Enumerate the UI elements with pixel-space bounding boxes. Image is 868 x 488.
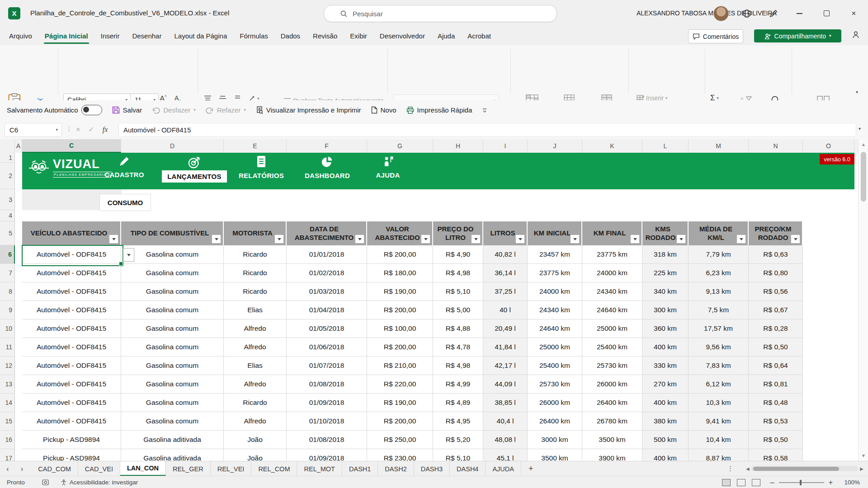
macro-record-icon[interactable] — [42, 479, 49, 485]
zoom-level[interactable]: 100% — [842, 479, 860, 486]
table-cell[interactable]: 01/09/2018 — [287, 449, 367, 461]
filter-button[interactable] — [630, 235, 640, 244]
row-header-8[interactable]: 8 — [0, 282, 15, 301]
table-cell[interactable]: Gasolina comum — [121, 357, 224, 375]
table-cell[interactable]: R$ 0,50 — [749, 338, 803, 357]
table-cell[interactable]: 01/06/2018 — [287, 338, 367, 357]
zoom-in-icon[interactable]: + — [829, 479, 833, 487]
table-cell[interactable]: 23775 km — [528, 264, 582, 282]
table-cell[interactable]: 24340 km — [582, 282, 642, 301]
page-break-view-icon[interactable] — [752, 479, 760, 486]
table-cell[interactable]: R$ 0,56 — [749, 282, 803, 301]
table-cell[interactable]: 24640 km — [582, 301, 642, 319]
table-cell[interactable]: 270 km — [642, 375, 689, 394]
table-cell[interactable]: Automóvel - ODF8415 — [22, 357, 121, 375]
table-cell[interactable]: R$ 220,00 — [367, 375, 433, 394]
filter-button[interactable] — [736, 235, 746, 244]
table-cell[interactable]: 01/08/2018 — [287, 375, 367, 394]
table-cell[interactable]: Ricardo — [224, 264, 287, 282]
table-cell[interactable]: 9,13 km — [689, 282, 749, 301]
table-cell[interactable]: R$ 250,00 — [367, 431, 433, 449]
sheet-tab-ajuda[interactable]: AJUDA — [486, 461, 521, 476]
table-cell[interactable]: Ricardo — [224, 394, 287, 412]
sheet-nav-left-icon[interactable]: ‹ — [6, 465, 9, 474]
table-cell[interactable]: 26780 km — [582, 412, 642, 431]
table-cell[interactable]: 3500 km — [582, 431, 642, 449]
table-cell[interactable]: Gasolina comum — [121, 394, 224, 412]
maximize-button[interactable] — [816, 0, 838, 27]
table-cell[interactable]: R$ 0,81 — [749, 375, 803, 394]
excel-app-icon[interactable]: X — [8, 7, 20, 19]
filter-button[interactable] — [676, 235, 686, 244]
search-box[interactable]: Pesquisar — [324, 5, 557, 22]
filter-button[interactable] — [421, 235, 430, 244]
table-cell[interactable]: R$ 4,98 — [433, 264, 483, 282]
zoom-slider[interactable] — [779, 482, 824, 483]
comments-button[interactable]: Comentários — [688, 29, 743, 43]
table-cell[interactable]: 340 km — [642, 282, 689, 301]
sheet-nav-right-icon[interactable]: › — [21, 465, 24, 474]
table-cell[interactable]: Alfredo — [224, 412, 287, 431]
table-cell[interactable]: 45,1 l — [483, 449, 528, 461]
print-preview-button[interactable]: Visualizar Impressão e Imprimir — [256, 106, 361, 114]
table-cell[interactable]: R$ 0,67 — [749, 301, 803, 319]
table-cell[interactable]: 7,79 km — [689, 245, 749, 264]
sheet-tab-rel-vei[interactable]: REL_VEI — [211, 461, 252, 476]
table-cell[interactable]: Gasolina comum — [121, 338, 224, 357]
ribbon-tab-ajuda[interactable]: Ajuda — [431, 27, 461, 45]
table-cell[interactable]: Alfredo — [224, 319, 287, 338]
table-cell[interactable]: 40 l — [483, 301, 528, 319]
table-cell[interactable]: 3000 km — [528, 431, 582, 449]
table-cell[interactable]: 20,49 l — [483, 319, 528, 338]
table-cell[interactable]: 24340 km — [528, 301, 582, 319]
table-cell[interactable]: R$ 0,58 — [749, 449, 803, 461]
filter-button[interactable] — [791, 235, 800, 244]
table-cell[interactable]: Automóvel - ODF8415 — [22, 338, 121, 357]
table-cell[interactable]: 01/02/2018 — [287, 264, 367, 282]
table-cell[interactable]: 225 km — [642, 264, 689, 282]
autosave-toggle[interactable] — [81, 105, 102, 115]
redo-button[interactable]: Refazer ▾ — [206, 106, 246, 114]
table-cell[interactable]: R$ 200,00 — [367, 301, 433, 319]
sheet-tab-rel-ger[interactable]: REL_GER — [166, 461, 211, 476]
cancel-formula-icon[interactable]: × — [76, 126, 80, 134]
table-cell[interactable]: João — [224, 449, 287, 461]
sheet-tab-dash4[interactable]: DASH4 — [450, 461, 486, 476]
table-cell[interactable]: 500 km — [642, 431, 689, 449]
table-cell[interactable]: 26000 km — [582, 375, 642, 394]
table-cell[interactable]: Automóvel - ODF8415 — [22, 319, 121, 338]
ribbon-tab-exibir[interactable]: Exibir — [344, 27, 373, 45]
table-cell[interactable]: Gasolina comum — [121, 412, 224, 431]
filter-button[interactable] — [355, 235, 364, 244]
table-cell[interactable]: 48,08 l — [483, 431, 528, 449]
table-cell[interactable]: R$ 4,88 — [433, 319, 483, 338]
row-header-3[interactable]: 3 — [0, 189, 15, 210]
ribbon-tab-inserir[interactable]: Inserir — [94, 27, 126, 45]
table-cell[interactable]: João — [224, 431, 287, 449]
row-header-1[interactable]: 1 — [0, 153, 15, 163]
column-header-o[interactable]: O — [803, 139, 854, 153]
column-header-c[interactable]: C — [22, 139, 121, 153]
row-header-16[interactable]: 16 — [0, 431, 15, 449]
edit-pencil-icon[interactable] — [767, 7, 780, 20]
close-button[interactable]: × — [843, 0, 865, 27]
table-cell[interactable]: 01/04/2018 — [287, 301, 367, 319]
table-cell[interactable]: Elias — [224, 357, 287, 375]
table-cell[interactable]: 44,09 l — [483, 375, 528, 394]
filter-button[interactable] — [109, 235, 118, 244]
table-cell[interactable]: 17,57 km — [689, 319, 749, 338]
table-cell[interactable]: 26000 km — [528, 394, 582, 412]
normal-view-icon[interactable] — [722, 479, 731, 486]
table-cell[interactable]: Gasolina comum — [121, 319, 224, 338]
select-all-corner[interactable] — [0, 139, 15, 153]
table-cell[interactable]: 25400 km — [582, 338, 642, 357]
column-header-g[interactable]: G — [367, 139, 433, 153]
row-header-6[interactable]: 6 — [0, 245, 15, 264]
sheet-tab-rel-mot[interactable]: REL_MOT — [297, 461, 342, 476]
row-header-12[interactable]: 12 — [0, 357, 15, 375]
sheet-tab-dash3[interactable]: DASH3 — [414, 461, 450, 476]
collapse-ribbon-icon[interactable]: ▾ — [856, 89, 858, 94]
row-header-9[interactable]: 9 — [0, 301, 15, 319]
table-cell[interactable]: Gasolina comum — [121, 301, 224, 319]
column-header-m[interactable]: M — [689, 139, 749, 153]
